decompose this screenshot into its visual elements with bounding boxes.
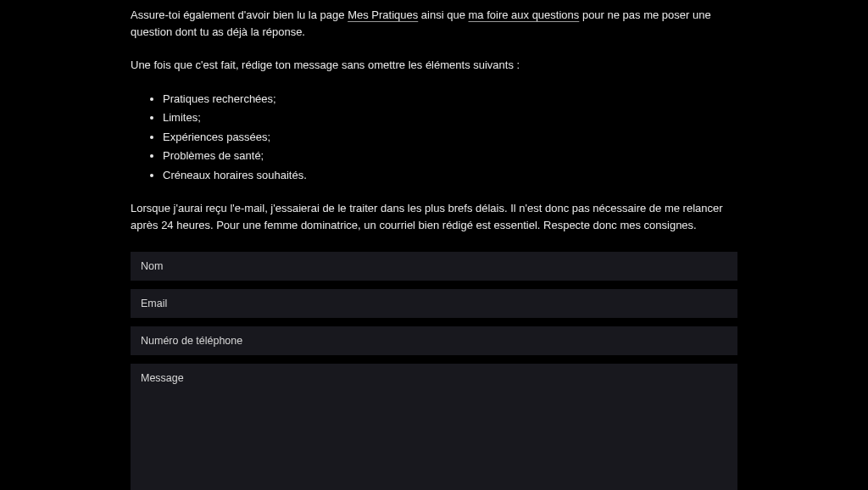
list-item: Expériences passées; (163, 129, 737, 146)
intro-paragraph-1: Assure-toi également d'avoir bien lu la … (131, 7, 737, 40)
link-foire-aux-questions[interactable]: ma foire aux questions (469, 8, 580, 21)
list-item: Créneaux horaires souhaités. (163, 167, 737, 184)
link-mes-pratiques[interactable]: Mes Pratiques (348, 8, 418, 21)
content-container: Assure-toi également d'avoir bien lu la … (131, 0, 737, 490)
requirements-list: Pratiques recherchées; Limites; Expérien… (131, 91, 737, 184)
email-input[interactable] (131, 289, 737, 318)
phone-input[interactable] (131, 326, 737, 355)
outro-paragraph: Lorsque j'aurai reçu l'e-mail, j'essaier… (131, 200, 737, 233)
text-fragment: ainsi que (418, 8, 468, 21)
list-item: Pratiques recherchées; (163, 91, 737, 108)
list-item: Problèmes de santé; (163, 148, 737, 164)
intro-paragraph-2: Une fois que c'est fait, rédige ton mess… (131, 57, 737, 74)
text-fragment: Assure-toi également d'avoir bien lu la … (131, 8, 348, 21)
contact-form: Envoyer (131, 252, 737, 490)
message-textarea[interactable] (131, 364, 737, 490)
list-item: Limites; (163, 109, 737, 126)
name-input[interactable] (131, 252, 737, 281)
